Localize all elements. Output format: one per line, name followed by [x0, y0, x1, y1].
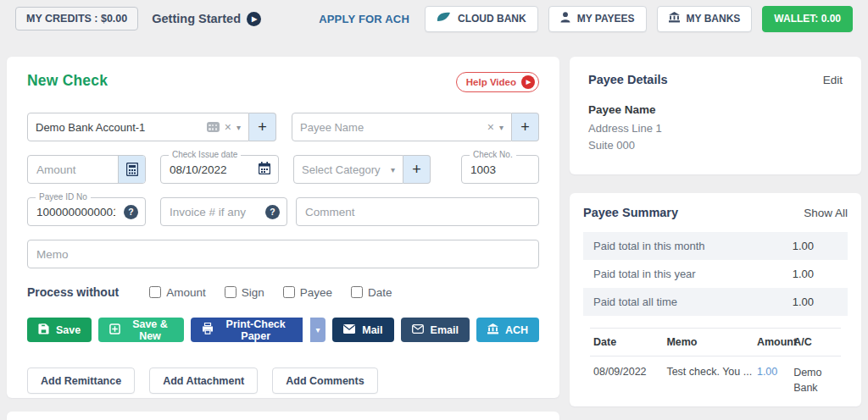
bank-icon	[487, 323, 498, 337]
save-icon	[38, 323, 49, 337]
total-label: Paid total all time	[593, 296, 677, 308]
help-icon[interactable]: ?	[124, 205, 138, 219]
cloud-bank-icon	[437, 12, 451, 25]
total-value: 1.00	[793, 296, 837, 308]
print-options-dropdown[interactable]: ▾	[310, 318, 326, 342]
edit-payee-link[interactable]: Edit	[823, 74, 843, 86]
process-without-sign-checkbox[interactable]: Sign	[225, 286, 264, 299]
next-section-card	[7, 412, 559, 420]
payee-placeholder: Payee Name	[300, 121, 482, 134]
cell-amount[interactable]: 1.00	[757, 366, 793, 395]
bank-icon	[669, 12, 680, 25]
payee-id-label: Payee ID No	[36, 192, 91, 202]
wallet-button[interactable]: WALLET: 0.00	[762, 6, 853, 32]
payee-select[interactable]: Payee Name × ▾	[292, 113, 512, 141]
invoice-field: ?	[160, 197, 287, 226]
category-select[interactable]: Select Category ▾	[293, 155, 403, 184]
my-banks-label: MY BANKS	[687, 13, 741, 25]
clear-icon[interactable]: ×	[487, 121, 494, 133]
checkbox[interactable]	[149, 286, 161, 298]
save-label: Save	[56, 324, 81, 336]
clear-icon[interactable]: ×	[225, 121, 231, 133]
save-and-new-button[interactable]: Save & New	[98, 318, 184, 342]
wallet-label: WALLET: 0.00	[774, 13, 841, 25]
help-video-button[interactable]: Help Video ▶	[456, 72, 539, 92]
checkbox[interactable]	[225, 286, 236, 298]
right-column: Payee Details Edit Payee Name Address Li…	[570, 57, 861, 406]
help-icon[interactable]: ?	[265, 205, 280, 219]
chevron-down-icon[interactable]: ▾	[499, 123, 504, 132]
envelope-icon	[343, 324, 355, 336]
ach-button[interactable]: ACH	[476, 318, 539, 342]
issue-date-label: Check Issue date	[169, 150, 241, 159]
main-content: New Check Help Video ▶ Demo Bank Account…	[0, 37, 868, 420]
my-payees-button[interactable]: MY PAYEES	[548, 6, 647, 32]
payee-totals: Paid total in this month 1.00 Paid total…	[583, 232, 848, 316]
cloud-bank-label: CLOUD BANK	[458, 13, 526, 25]
calculator-icon[interactable]	[118, 156, 145, 183]
plus-square-icon	[109, 323, 120, 337]
save-and-new-label: Save & New	[127, 318, 173, 342]
check-no-field: Check No.	[461, 155, 539, 184]
my-banks-button[interactable]: MY BANKS	[657, 6, 753, 32]
add-payee-button[interactable]: +	[512, 113, 539, 141]
cell-memo: Test check. You ...	[666, 366, 757, 395]
show-all-link[interactable]: Show All	[804, 207, 848, 219]
process-without-payee-checkbox[interactable]: Payee	[283, 286, 332, 299]
help-video-label: Help Video	[466, 77, 516, 87]
col-date: Date	[593, 336, 666, 348]
add-remittance-button[interactable]: Add Remittance	[27, 368, 135, 394]
add-comments-button[interactable]: Add Comments	[272, 368, 377, 394]
cell-account: Demo Bank	[793, 366, 837, 395]
issue-date-input[interactable]	[161, 156, 259, 183]
payee-id-input[interactable]	[28, 198, 124, 225]
col-amount: Amount	[757, 336, 793, 348]
category-placeholder: Select Category	[302, 163, 386, 176]
save-button[interactable]: Save	[27, 318, 92, 342]
total-row: Paid total in this year 1.00	[583, 260, 848, 288]
calendar-icon[interactable]	[259, 162, 270, 178]
checkbox[interactable]	[283, 286, 295, 298]
print-check-button[interactable]: Print-Check Paper	[191, 318, 303, 342]
bank-account-value: Demo Bank Account-1	[36, 121, 202, 134]
account-number-icon	[207, 122, 220, 132]
bank-account-select[interactable]: Demo Bank Account-1 × ▾	[27, 113, 249, 141]
comment-input[interactable]	[297, 198, 538, 225]
comment-field	[296, 197, 539, 226]
amount-field	[27, 155, 146, 184]
invoice-input[interactable]	[161, 198, 265, 225]
memo-input[interactable]	[28, 240, 538, 268]
add-bank-button[interactable]: +	[249, 113, 276, 141]
total-row: Paid total in this month 1.00	[583, 232, 848, 260]
play-icon: ▶	[247, 12, 261, 26]
left-column: New Check Help Video ▶ Demo Bank Account…	[7, 57, 559, 420]
process-without-date-checkbox[interactable]: Date	[351, 286, 392, 299]
getting-started-link[interactable]: Getting Started ▶	[152, 12, 261, 26]
checkbox[interactable]	[351, 286, 363, 298]
my-credits-chip[interactable]: MY CREDITS : $0.00	[15, 7, 138, 30]
getting-started-label: Getting Started	[152, 12, 241, 25]
total-label: Paid total in this year	[593, 268, 696, 280]
checkbox-label: Payee	[300, 286, 332, 299]
payee-summary-title: Payee Summary	[583, 206, 678, 219]
email-label: Email	[431, 324, 459, 336]
check-no-label: Check No.	[470, 150, 516, 159]
cloud-bank-button[interactable]: CLOUD BANK	[425, 6, 538, 32]
checkbox-label: Date	[368, 286, 392, 299]
chevron-down-icon[interactable]: ▾	[391, 165, 395, 174]
add-attachment-button[interactable]: Add Attachment	[149, 368, 258, 394]
process-without-amount-checkbox[interactable]: Amount	[149, 286, 206, 299]
apply-for-ach-link[interactable]: APPLY FOR ACH	[319, 13, 409, 25]
cell-date: 08/09/2022	[593, 366, 666, 395]
table-row: 08/09/2022 Test check. You ... 1.00 Demo…	[590, 356, 841, 405]
topbar: MY CREDITS : $0.00 Getting Started ▶ APP…	[0, 0, 868, 37]
ach-label: ACH	[505, 324, 528, 336]
process-without-label: Process without	[27, 285, 119, 299]
chevron-down-icon[interactable]: ▾	[236, 123, 241, 132]
mail-button[interactable]: Mail	[332, 318, 393, 342]
email-button[interactable]: Email	[401, 318, 470, 342]
amount-input[interactable]	[28, 156, 118, 183]
payee-summary-card: Payee Summary Show All Paid total in thi…	[570, 193, 861, 406]
check-no-input[interactable]	[462, 156, 538, 183]
add-category-button[interactable]: +	[403, 155, 431, 184]
